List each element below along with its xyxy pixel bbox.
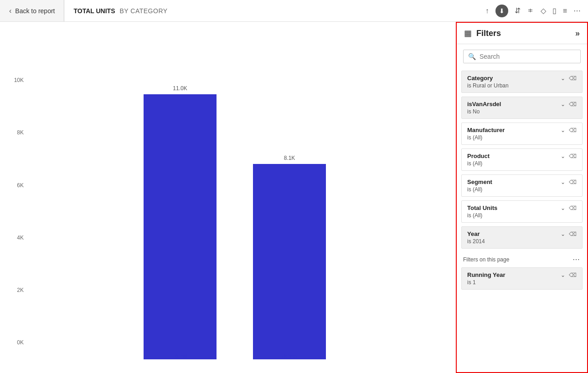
filter-isvanarsdel-controls: ⌄ ⌫ <box>561 101 577 107</box>
search-icon: 🔍 <box>468 53 476 60</box>
filters-section-label: Filters on this page ⋯ <box>457 250 587 266</box>
filter-product-chevron[interactable]: ⌄ <box>561 153 565 159</box>
sort-asc-icon[interactable]: ↑ <box>485 7 489 15</box>
y-label-8k: 8K <box>9 129 27 136</box>
y-label-10k: 10K <box>9 77 27 83</box>
filter-year-controls: ⌄ ⌫ <box>561 231 577 237</box>
filter-item-segment[interactable]: Segment ⌄ ⌫ is (All) <box>461 174 583 197</box>
filter-year-name: Year <box>467 230 480 237</box>
search-box[interactable]: 🔍 <box>463 50 581 63</box>
chart-container: 0K 2K 4K 6K 8K 10K <box>9 31 442 359</box>
main-content: 0K 2K 4K 6K 8K 10K <box>0 22 588 373</box>
filter-item-manufacturer-header: Manufacturer ⌄ ⌫ <box>467 127 577 133</box>
chart-inner: 0K 2K 4K 6K 8K 10K <box>9 31 442 359</box>
back-button[interactable]: ‹ Back to report <box>0 0 64 21</box>
title-section: TOTAL UNITS BY CATEGORY <box>64 0 176 21</box>
y-label-4k: 4K <box>9 235 27 241</box>
filter-item-totalunits-header: Total Units ⌄ ⌫ <box>467 204 577 211</box>
chevron-left-icon: ‹ <box>9 7 11 15</box>
filter-totalunits-controls: ⌄ ⌫ <box>561 205 577 211</box>
filter-year-chevron[interactable]: ⌄ <box>561 231 565 237</box>
bar-urban[interactable] <box>253 164 326 359</box>
filter-item-isvanarsdel-header: isVanArsdel ⌄ ⌫ <box>467 101 577 107</box>
filter-manufacturer-eraser[interactable]: ⌫ <box>569 127 577 133</box>
filter-year-eraser[interactable]: ⌫ <box>569 231 577 237</box>
filter-totalunits-eraser[interactable]: ⌫ <box>569 205 577 211</box>
filter-product-value: is (All) <box>467 160 577 167</box>
x-axis: Rural Urban <box>27 346 442 359</box>
copy-icon[interactable]: ▯ <box>552 6 557 15</box>
bar-group-rural[interactable]: 11.0K <box>144 85 217 359</box>
filter-item-manufacturer[interactable]: Manufacturer ⌄ ⌫ is (All) <box>461 123 583 145</box>
filter-totalunits-chevron[interactable]: ⌄ <box>561 205 565 211</box>
filter-manufacturer-value: is (All) <box>467 134 577 141</box>
filter-item-year-header: Year ⌄ ⌫ <box>467 230 577 237</box>
filter-segment-eraser[interactable]: ⌫ <box>569 179 577 185</box>
bar-value-rural: 11.0K <box>173 85 187 92</box>
filter-item-segment-header: Segment ⌄ ⌫ <box>467 179 577 185</box>
toolbar-right: ↑ ⬇ ⇵ ⧧ ◇ ▯ ≡ ⋯ <box>485 5 581 17</box>
filter-product-eraser[interactable]: ⌫ <box>569 153 577 159</box>
filter-running-year-controls: ⌄ ⌫ <box>561 272 577 278</box>
filters-panel: ▦ Filters » 🔍 Category ⌄ ⌫ is Rural or U… <box>456 22 588 373</box>
filters-collapse-button[interactable]: » <box>575 29 580 38</box>
filter-isvanarsdel-value: is No <box>467 108 577 115</box>
filter-category-controls: ⌄ ⌫ <box>561 75 577 82</box>
filter-category-value: is Rural or Urban <box>467 82 577 89</box>
filter-item-category[interactable]: Category ⌄ ⌫ is Rural or Urban <box>461 71 583 93</box>
search-input[interactable] <box>480 53 576 60</box>
filter-item-product[interactable]: Product ⌄ ⌫ is (All) <box>461 148 583 171</box>
pin-icon[interactable]: ◇ <box>541 6 546 15</box>
filter-item-isvanarsdel[interactable]: isVanArsdel ⌄ ⌫ is No <box>461 97 583 119</box>
filter-segment-value: is (All) <box>467 186 577 193</box>
total-units-label: TOTAL UNITS <box>73 7 115 15</box>
y-label-0k: 0K <box>9 339 27 346</box>
filter-category-eraser[interactable]: ⌫ <box>569 75 577 82</box>
filters-funnel-icon: ▦ <box>464 28 472 38</box>
filter-item-running-year[interactable]: Running Year ⌄ ⌫ is 1 <box>461 267 583 290</box>
y-axis: 0K 2K 4K 6K 8K 10K <box>9 31 27 359</box>
filter-segment-name: Segment <box>467 179 492 185</box>
filter-item-running-year-header: Running Year ⌄ ⌫ <box>467 271 577 278</box>
bar-rural[interactable] <box>144 94 217 359</box>
filter-isvanarsdel-eraser[interactable]: ⌫ <box>569 101 577 107</box>
filter-item-category-header: Category ⌄ ⌫ <box>467 75 577 82</box>
expand-icon[interactable]: ⧧ <box>527 7 534 15</box>
filter-manufacturer-name: Manufacturer <box>467 127 505 133</box>
filter-running-year-name: Running Year <box>467 271 505 278</box>
filter-product-controls: ⌄ ⌫ <box>561 153 577 159</box>
filters-header: ▦ Filters » <box>457 23 587 44</box>
y-label-6k: 6K <box>9 182 27 189</box>
filter-segment-chevron[interactable]: ⌄ <box>561 179 565 185</box>
sort-desc-icon[interactable]: ⬇ <box>495 5 508 17</box>
toolbar: ‹ Back to report TOTAL UNITS BY CATEGORY… <box>0 0 588 22</box>
filter-category-name: Category <box>467 75 493 82</box>
filter-manufacturer-controls: ⌄ ⌫ <box>561 127 577 133</box>
filter-manufacturer-chevron[interactable]: ⌄ <box>561 127 565 133</box>
filter-category-chevron[interactable]: ⌄ <box>561 75 565 82</box>
x-label-rural: Rural <box>144 353 217 359</box>
filters-section-more[interactable]: ⋯ <box>573 255 581 264</box>
y-label-2k: 2K <box>9 287 27 293</box>
filter-isvanarsdel-name: isVanArsdel <box>467 101 501 107</box>
by-category-label: BY CATEGORY <box>119 7 167 15</box>
filter-running-year-value: is 1 <box>467 279 577 286</box>
filter-item-year[interactable]: Year ⌄ ⌫ is 2014 <box>461 226 583 249</box>
filter-isvanarsdel-chevron[interactable]: ⌄ <box>561 101 565 107</box>
filter-icon[interactable]: ≡ <box>563 7 567 15</box>
filters-section-text: Filters on this page <box>463 256 509 263</box>
toolbar-left: ‹ Back to report TOTAL UNITS BY CATEGORY <box>0 0 177 21</box>
chart-area: 0K 2K 4K 6K 8K 10K <box>0 22 456 373</box>
filter-item-product-header: Product ⌄ ⌫ <box>467 153 577 159</box>
x-label-urban: Urban <box>253 353 326 359</box>
filter-totalunits-name: Total Units <box>467 204 497 211</box>
bar-value-urban: 8.1K <box>284 155 295 161</box>
sort-both-icon[interactable]: ⇵ <box>515 6 521 15</box>
bar-group-urban[interactable]: 8.1K <box>253 155 326 359</box>
filter-item-totalunits[interactable]: Total Units ⌄ ⌫ is (All) <box>461 200 583 223</box>
filters-title-group: ▦ Filters <box>464 28 501 38</box>
filter-running-year-eraser[interactable]: ⌫ <box>569 272 577 278</box>
filter-segment-controls: ⌄ ⌫ <box>561 179 577 185</box>
more-icon[interactable]: ⋯ <box>573 6 581 15</box>
filter-running-year-chevron[interactable]: ⌄ <box>561 272 565 278</box>
